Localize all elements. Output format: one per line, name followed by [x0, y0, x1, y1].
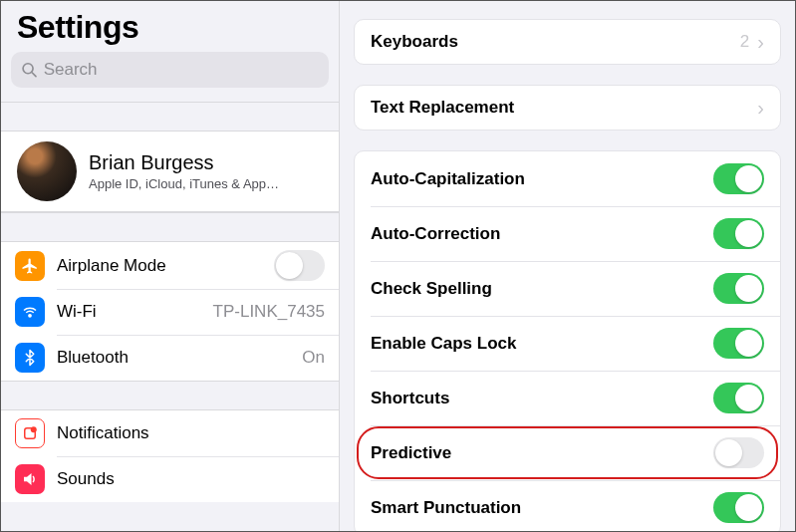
toggle-row-auto-capitalization[interactable]: Auto-Capitalization — [355, 151, 780, 206]
toggle-row-shortcuts[interactable]: Shortcuts — [355, 371, 780, 425]
profile-text: Brian Burgess Apple ID, iCloud, iTunes &… — [89, 151, 279, 191]
row-label: Keyboards — [371, 32, 740, 52]
row-label: Sounds — [57, 469, 325, 489]
toggle-row-enable-caps-lock[interactable]: Enable Caps Lock — [355, 316, 780, 371]
avatar — [17, 141, 77, 201]
keyboards-row[interactable]: Keyboards 2 › — [355, 20, 780, 64]
chevron-right-icon: › — [757, 98, 764, 118]
profile-row[interactable]: Brian Burgess Apple ID, iCloud, iTunes &… — [1, 132, 339, 212]
svg-point-4 — [31, 426, 37, 432]
sidebar-item-notifications[interactable]: Notifications — [1, 410, 339, 456]
bluetooth-icon — [15, 343, 45, 373]
row-label: Shortcuts — [371, 389, 713, 408]
sidebar-item-wifi[interactable]: Wi-Fi TP-LINK_7435 — [1, 289, 339, 335]
toggle-row-check-spelling[interactable]: Check Spelling — [355, 261, 780, 316]
svg-line-1 — [32, 72, 36, 76]
row-label: Auto-Correction — [371, 224, 713, 244]
keyboards-count: 2 — [740, 32, 749, 52]
toggle-row-smart-punctuation[interactable]: Smart Punctuation — [355, 480, 780, 531]
auto-capitalization-toggle[interactable] — [713, 163, 764, 194]
row-label: Enable Caps Lock — [371, 334, 713, 354]
profile-subtitle: Apple ID, iCloud, iTunes & App… — [89, 176, 279, 191]
auto-correction-toggle[interactable] — [713, 218, 764, 249]
row-label: Text Replacement — [371, 98, 757, 118]
smart-punctuation-toggle[interactable] — [713, 492, 764, 523]
search-container — [1, 52, 339, 102]
sidebar: Settings Brian Burgess Apple ID, iCloud,… — [1, 1, 340, 531]
notifications-icon — [15, 418, 45, 448]
row-label: Smart Punctuation — [371, 498, 713, 518]
airplane-icon — [15, 251, 45, 281]
section-gap — [1, 102, 339, 132]
sidebar-group-connectivity: Airplane Mode Wi-Fi TP-LINK_7435 Bluetoo… — [1, 242, 339, 381]
detail-pane: Keyboards 2 › Text Replacement › Auto-Ca… — [340, 1, 795, 531]
profile-name: Brian Burgess — [89, 151, 279, 174]
row-label: Bluetooth — [57, 348, 302, 368]
airplane-toggle[interactable] — [274, 250, 325, 281]
section-gap — [1, 212, 339, 242]
shortcuts-toggle[interactable] — [713, 383, 764, 413]
row-label: Notifications — [57, 423, 325, 443]
toggle-row-predictive[interactable]: Predictive — [355, 425, 780, 480]
row-label: Predictive — [371, 443, 713, 463]
page-title: Settings — [1, 1, 339, 52]
sounds-icon — [15, 464, 45, 494]
enable-caps-lock-toggle[interactable] — [713, 328, 764, 359]
toggle-row-auto-correction[interactable]: Auto-Correction — [355, 206, 780, 261]
predictive-toggle[interactable] — [713, 437, 764, 468]
chevron-right-icon: › — [757, 32, 764, 52]
search-input[interactable] — [44, 60, 319, 80]
svg-point-2 — [29, 315, 31, 317]
search-field[interactable] — [11, 52, 329, 88]
keyboards-card: Keyboards 2 › — [354, 19, 781, 65]
row-label: Auto-Capitalization — [371, 169, 713, 189]
row-label: Airplane Mode — [57, 256, 274, 276]
bluetooth-value: On — [302, 348, 325, 368]
check-spelling-toggle[interactable] — [713, 273, 764, 304]
sidebar-item-airplane-mode[interactable]: Airplane Mode — [1, 242, 339, 289]
row-label: Wi-Fi — [57, 302, 213, 322]
sidebar-group-alerts: Notifications Sounds — [1, 410, 339, 502]
wifi-value: TP-LINK_7435 — [213, 302, 325, 322]
sidebar-item-bluetooth[interactable]: Bluetooth On — [1, 335, 339, 381]
sidebar-item-sounds[interactable]: Sounds — [1, 456, 339, 502]
row-label: Check Spelling — [371, 279, 713, 299]
wifi-icon — [15, 297, 45, 327]
text-replacement-card: Text Replacement › — [354, 85, 781, 131]
text-replacement-row[interactable]: Text Replacement › — [355, 86, 780, 130]
search-icon — [21, 61, 38, 79]
keyboard-toggles-card: Auto-CapitalizationAuto-CorrectionCheck … — [354, 150, 781, 531]
section-gap — [1, 381, 339, 410]
